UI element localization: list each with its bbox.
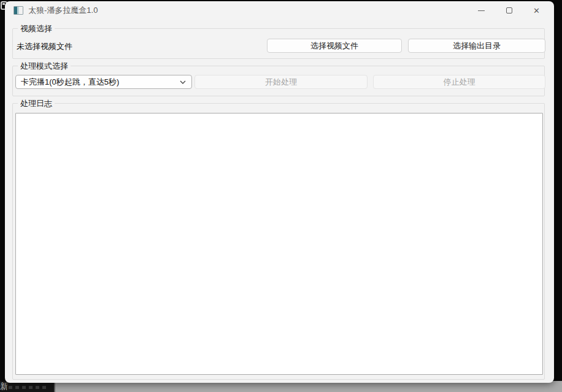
- app-window: 太狼-潘多拉魔盒1.0 ✕ 视频选择 未选择视频文件 选择视频文件 选择输出目录…: [5, 1, 554, 383]
- processing-mode-group: 处理模式选择 卡完播1(0秒起跳，直达5秒) 开始处理 停止处理: [12, 66, 545, 96]
- video-selection-group: 视频选择 未选择视频文件 选择视频文件 选择输出目录: [12, 28, 545, 59]
- desktop-fragment-label: 新: [0, 381, 8, 392]
- minimize-button[interactable]: [468, 1, 495, 20]
- close-icon: ✕: [533, 7, 540, 15]
- processing-log-group-label: 处理日志: [18, 98, 55, 109]
- titlebar[interactable]: 太狼-潘多拉魔盒1.0 ✕: [5, 1, 554, 20]
- window-controls: ✕: [468, 1, 550, 20]
- processing-log-group: 处理日志: [12, 103, 545, 380]
- video-status-text: 未选择视频文件: [17, 41, 72, 52]
- video-selection-group-label: 视频选择: [18, 23, 55, 34]
- minimize-icon: [478, 10, 485, 11]
- stop-processing-button[interactable]: 停止处理: [373, 75, 545, 89]
- log-textarea[interactable]: [15, 113, 543, 375]
- app-icon: [13, 6, 23, 15]
- maximize-button[interactable]: [495, 1, 523, 20]
- close-button[interactable]: ✕: [523, 1, 550, 20]
- mode-dropdown-value: 卡完播1(0秒起跳，直达5秒): [21, 77, 175, 88]
- select-output-directory-button[interactable]: 选择输出目录: [408, 39, 545, 53]
- maximize-icon: [506, 7, 512, 13]
- select-video-file-button[interactable]: 选择视频文件: [267, 39, 402, 53]
- start-processing-button[interactable]: 开始处理: [194, 75, 368, 89]
- processing-mode-group-label: 处理模式选择: [18, 61, 71, 71]
- desktop-fragment-scribble: [9, 386, 49, 389]
- chevron-down-icon: [179, 79, 187, 86]
- window-title: 太狼-潘多拉魔盒1.0: [28, 5, 98, 16]
- mode-dropdown[interactable]: 卡完播1(0秒起跳，直达5秒): [15, 75, 192, 89]
